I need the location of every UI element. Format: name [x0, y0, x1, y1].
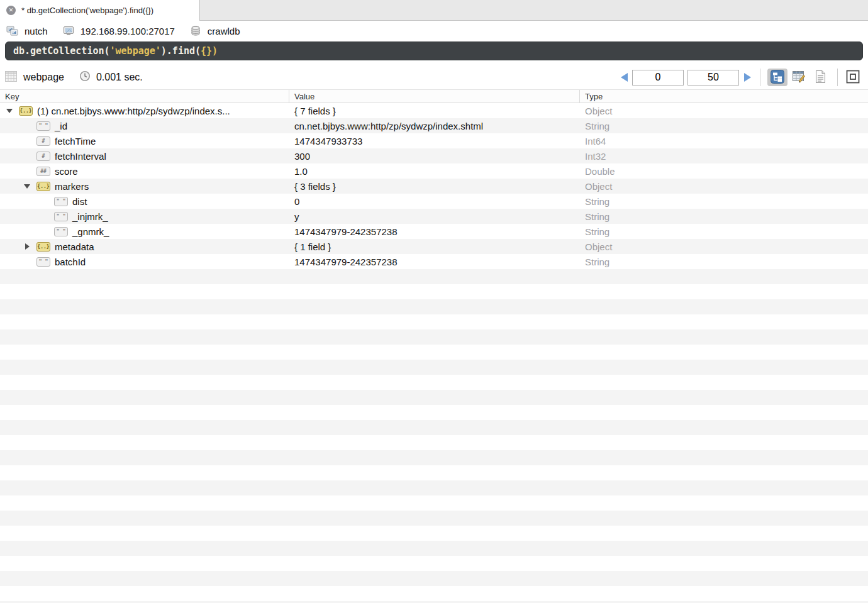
empty-row — [0, 495, 868, 511]
table-row[interactable]: " " _gnmrk_ 1474347979-242357238 String — [0, 224, 868, 239]
column-header-key[interactable]: Key — [0, 90, 289, 102]
type-cell: String — [580, 211, 868, 222]
empty-row — [0, 541, 868, 556]
table-row[interactable]: # fetchInterval 300 Int32 — [0, 148, 868, 163]
expand-arrow — [23, 121, 31, 130]
table-view-button[interactable] — [789, 69, 809, 86]
table-row[interactable]: # fetchTime 1474347933733 Int64 — [0, 133, 868, 148]
empty-row — [0, 284, 868, 299]
key-cell: # fetchInterval — [0, 151, 289, 162]
value-cell: 0 — [289, 196, 580, 207]
value-cell: y — [289, 211, 580, 222]
page-next-button[interactable] — [741, 70, 754, 84]
limit-input[interactable] — [687, 70, 739, 86]
collection-name: webpage — [23, 72, 64, 83]
type-cell: Int32 — [580, 151, 868, 162]
text-view-icon — [814, 70, 826, 86]
table-view-icon — [792, 70, 806, 86]
empty-row — [0, 571, 868, 586]
object-icon: {..} — [19, 106, 33, 116]
empty-row — [0, 556, 868, 571]
key-cell: " " _injmrk_ — [0, 211, 289, 222]
type-cell: Object — [580, 181, 868, 192]
collection-grid-icon — [5, 70, 17, 85]
key-text: fetchTime — [55, 136, 96, 147]
value-cell: 1.0 — [289, 166, 580, 177]
table-row[interactable]: {..} (1) cn.net.bjbys.www:http/zp/sydwzp… — [0, 103, 868, 118]
expand-arrow — [23, 257, 31, 266]
expand-arrow — [23, 136, 31, 145]
expand-arrow[interactable] — [23, 182, 31, 191]
key-text: (1) cn.net.bjbys.www:http/zp/sydwzp/inde… — [37, 106, 230, 116]
empty-row — [0, 586, 868, 601]
expand-arrow — [40, 212, 49, 221]
empty-row — [0, 314, 868, 329]
empty-row — [0, 420, 868, 435]
query-token: 'webpage' — [110, 45, 161, 57]
empty-row — [0, 329, 868, 345]
key-cell: {..} markers — [0, 181, 289, 192]
server-address: 192.168.99.100:27017 — [81, 26, 175, 36]
table-row[interactable]: " " batchId 1474347979-242357238 String — [0, 254, 868, 269]
breadcrumb-server: 192.168.99.100:27017 — [63, 25, 175, 36]
close-icon[interactable]: ✕ — [6, 6, 16, 15]
key-text: _gnmrk_ — [72, 226, 109, 237]
type-cell: String — [580, 121, 868, 131]
empty-row — [0, 360, 868, 375]
empty-row — [0, 435, 868, 450]
skip-input[interactable] — [632, 70, 684, 86]
type-cell: String — [580, 196, 868, 207]
type-cell: Object — [580, 106, 868, 116]
empty-row — [0, 299, 868, 314]
type-cell: Int64 — [580, 136, 868, 147]
table-row[interactable]: {..} metadata { 1 field } Object — [0, 239, 868, 254]
tree-view-icon — [771, 70, 784, 86]
clock-icon — [79, 70, 91, 84]
toolbar-separator — [760, 69, 760, 86]
table-row[interactable]: ## score 1.0 Double — [0, 163, 868, 179]
tree-view-button[interactable] — [767, 69, 787, 86]
key-text: markers — [55, 181, 89, 192]
value-cell: { 1 field } — [289, 241, 580, 252]
key-cell: # fetchTime — [0, 136, 289, 147]
type-cell: Double — [580, 166, 868, 177]
expand-arrow[interactable] — [23, 242, 31, 251]
empty-row — [0, 526, 868, 541]
toolbar-separator — [837, 69, 838, 86]
text-view-button[interactable] — [810, 69, 830, 86]
expand-arrow — [40, 227, 49, 236]
page-previous-button[interactable] — [618, 70, 630, 84]
column-header-value[interactable]: Value — [289, 90, 580, 102]
query-tab[interactable]: ✕ * db.getCollection('webpage').find({}) — [0, 0, 200, 21]
key-cell: " " _id — [0, 121, 289, 131]
table-row[interactable]: " " dist 0 String — [0, 194, 868, 209]
key-text: _injmrk_ — [72, 211, 108, 222]
query-token: {}) — [201, 45, 218, 57]
object-icon: {..} — [36, 182, 50, 191]
empty-row — [0, 511, 868, 526]
string-icon: " " — [54, 212, 68, 221]
empty-row — [0, 375, 868, 390]
empty-row — [0, 480, 868, 495]
table-row[interactable]: " " _injmrk_ y String — [0, 209, 868, 224]
value-cell: 1474347979-242357238 — [289, 226, 580, 237]
type-cell: String — [580, 226, 868, 237]
empty-row — [0, 450, 868, 465]
table-row[interactable]: {..} markers { 3 fields } Object — [0, 179, 868, 194]
column-header-type[interactable]: Type — [580, 90, 868, 102]
key-text: score — [55, 166, 78, 177]
tab-bar: ✕ * db.getCollection('webpage').find({}) — [0, 0, 868, 21]
string-icon: " " — [54, 227, 68, 236]
key-cell: {..} (1) cn.net.bjbys.www:http/zp/sydwzp… — [0, 106, 289, 116]
query-token: ).find( — [161, 45, 201, 57]
query-editor[interactable]: db.getCollection('webpage').find({}) — [5, 41, 863, 60]
maximize-results-button[interactable] — [844, 69, 862, 86]
results-toolbar: webpage 0.001 sec. — [0, 65, 868, 89]
table-row[interactable]: " " _id cn.net.bjbys.www:http/zp/sydwzp/… — [0, 118, 868, 133]
key-text: fetchInterval — [55, 151, 106, 162]
value-cell: 300 — [289, 151, 580, 162]
key-text: _id — [55, 121, 67, 131]
database-name: crawldb — [208, 26, 240, 36]
expand-arrow[interactable] — [5, 106, 14, 115]
empty-row — [0, 390, 868, 405]
